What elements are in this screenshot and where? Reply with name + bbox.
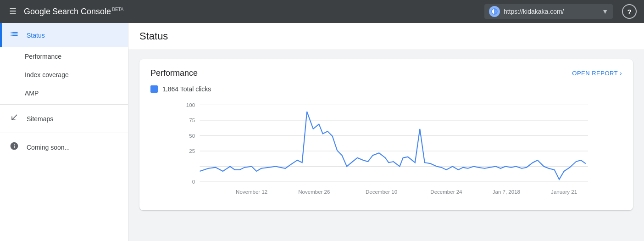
sidebar-divider-2 <box>0 133 128 133</box>
main-layout: Status Performance Index coverage AMP Si… <box>0 23 644 241</box>
sidebar-sub-item-amp[interactable]: AMP <box>0 84 128 102</box>
y-label-75: 75 <box>189 118 195 123</box>
sidebar-item-sitemaps[interactable]: Sitemaps <box>0 106 128 131</box>
top-nav: ☰ Google Search ConsoleBETA https://kida… <box>0 0 644 23</box>
sidebar-item-coming-soon[interactable]: Coming soon... <box>0 135 128 159</box>
brand-product: Search ConsoleBETA <box>52 7 123 17</box>
card-header: Performance OPEN REPORT › <box>150 68 622 78</box>
x-label-nov26: November 26 <box>298 189 330 195</box>
x-label-dec24: December 24 <box>430 189 462 195</box>
metric-color-box <box>150 85 158 93</box>
y-label-0: 0 <box>192 179 195 185</box>
x-label-nov12: November 12 <box>236 189 267 195</box>
info-icon <box>9 141 19 153</box>
open-report-link[interactable]: OPEN REPORT › <box>572 70 622 77</box>
url-selector[interactable]: https://kidakaka.com/ ▼ <box>484 4 613 19</box>
status-icon <box>9 29 19 41</box>
sidebar-item-coming-soon-label: Coming soon... <box>27 144 70 151</box>
performance-card: Performance OPEN REPORT › 1,864 Total cl… <box>139 59 633 210</box>
y-label-100: 100 <box>186 102 195 108</box>
main-content: Status Performance OPEN REPORT › 1,864 T… <box>128 23 644 241</box>
page-title: Status <box>139 30 633 42</box>
content-area: Performance OPEN REPORT › 1,864 Total cl… <box>128 50 644 219</box>
sidebar-sub-item-index-coverage[interactable]: Index coverage <box>0 66 128 84</box>
y-label-50: 50 <box>189 133 195 139</box>
chart-container: 100 75 50 25 0 November 12 November 26 D… <box>150 100 622 201</box>
x-label-jan21: January 21 <box>551 189 577 195</box>
metric-value: 1,864 Total clicks <box>162 85 211 93</box>
sidebar-item-status-label: Status <box>27 32 45 39</box>
x-label-dec10: December 10 <box>366 189 397 195</box>
hamburger-icon[interactable]: ☰ <box>7 5 18 18</box>
url-avatar <box>489 6 500 17</box>
sidebar-item-sitemaps-label: Sitemaps <box>27 115 53 123</box>
performance-chart: 100 75 50 25 0 November 12 November 26 D… <box>150 100 622 201</box>
performance-card-title: Performance <box>150 68 198 78</box>
y-label-25: 25 <box>189 148 195 154</box>
sidebar-sub-item-performance[interactable]: Performance <box>0 47 128 66</box>
metric-row: 1,864 Total clicks <box>150 85 622 93</box>
page-header: Status <box>128 23 644 50</box>
sidebar-divider <box>0 104 128 105</box>
x-label-jan7: Jan 7, 2018 <box>493 189 520 195</box>
chart-line <box>200 112 586 179</box>
brand-google: Google <box>24 7 50 17</box>
sidebar-item-status[interactable]: Status <box>0 23 128 47</box>
brand: Google Search ConsoleBETA <box>24 7 124 17</box>
help-button[interactable]: ? <box>622 4 637 19</box>
sidebar: Status Performance Index coverage AMP Si… <box>0 23 128 241</box>
chevron-down-icon: ▼ <box>602 8 608 15</box>
chevron-right-icon: › <box>620 70 622 77</box>
url-text: https://kidakaka.com/ <box>504 8 598 15</box>
sitemaps-icon <box>9 113 19 124</box>
